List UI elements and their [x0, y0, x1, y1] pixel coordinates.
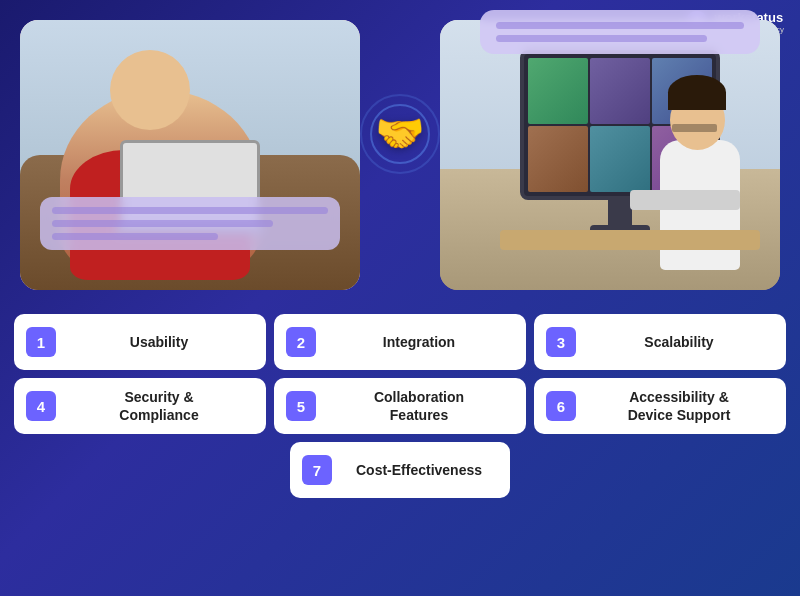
feature-card-6: 6 Accessibility & Device Support [534, 378, 786, 434]
feature-card-4: 4 Security & Compliance [14, 378, 266, 434]
feature-num-1: 1 [26, 327, 56, 357]
chat-bubble-right [480, 10, 760, 54]
feature-label-7: Cost-Effectiveness [340, 461, 498, 479]
images-section: 🤝 [0, 0, 800, 310]
feature-num-2: 2 [286, 327, 316, 357]
feature-label-3: Scalability [584, 333, 774, 351]
right-image-block [440, 20, 780, 290]
chat-bubble-left [40, 197, 340, 250]
feature-num-5: 5 [286, 391, 316, 421]
feature-num-7: 7 [302, 455, 332, 485]
feature-card-7: 7 Cost-Effectiveness [290, 442, 510, 498]
handshake-icon: 🤝 [360, 110, 440, 157]
features-grid: 1 Usability 2 Integration 3 Scalability … [14, 314, 786, 434]
feature-label-2: Integration [324, 333, 514, 351]
feature-label-5: Collaboration Features [324, 388, 514, 424]
feature-num-4: 4 [26, 391, 56, 421]
bottom-row: 7 Cost-Effectiveness [14, 442, 786, 498]
left-image-block [20, 20, 360, 290]
feature-card-5: 5 Collaboration Features [274, 378, 526, 434]
feature-label-1: Usability [64, 333, 254, 351]
feature-card-2: 2 Integration [274, 314, 526, 370]
feature-card-3: 3 Scalability [534, 314, 786, 370]
feature-num-3: 3 [546, 327, 576, 357]
monitor-scene [440, 20, 780, 290]
feature-label-6: Accessibility & Device Support [584, 388, 774, 424]
feature-label-4: Security & Compliance [64, 388, 254, 424]
feature-num-6: 6 [546, 391, 576, 421]
features-section: 1 Usability 2 Integration 3 Scalability … [0, 310, 800, 506]
feature-card-1: 1 Usability [14, 314, 266, 370]
